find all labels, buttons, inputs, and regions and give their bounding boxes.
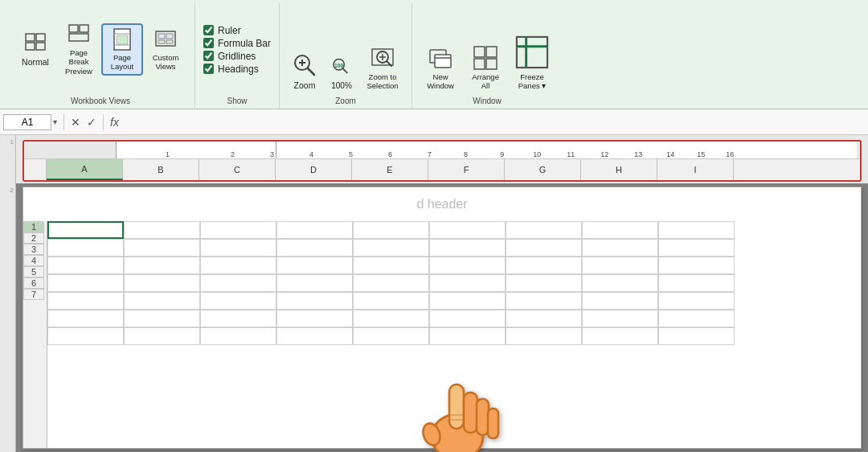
cell-I3[interactable]: [658, 257, 735, 274]
cell-ref-input[interactable]: A1: [3, 114, 51, 130]
cell-D6[interactable]: [276, 310, 353, 327]
cell-I5[interactable]: [658, 292, 735, 310]
cell-G5[interactable]: [506, 292, 582, 310]
col-header-A[interactable]: A: [47, 159, 123, 180]
cell-H6[interactable]: [582, 310, 658, 327]
ruler-checkbox-row[interactable]: Ruler: [203, 25, 241, 36]
cell-D2[interactable]: [276, 239, 353, 257]
cell-F4[interactable]: [429, 274, 506, 292]
cell-F1[interactable]: [429, 221, 506, 239]
formula-bar-checkbox[interactable]: [203, 38, 214, 48]
cell-D3[interactable]: [276, 257, 353, 274]
cell-B6[interactable]: [124, 310, 200, 327]
cell-B2[interactable]: [124, 239, 200, 257]
confirm-formula-icon[interactable]: ✓: [87, 116, 96, 129]
cell-H4[interactable]: [582, 274, 658, 292]
cell-I1[interactable]: [658, 221, 735, 239]
row-num-7: 7: [23, 289, 44, 300]
cell-E3[interactable]: [353, 257, 429, 274]
cell-C5[interactable]: [200, 292, 276, 310]
cell-E1[interactable]: [353, 221, 429, 239]
svg-text:100: 100: [334, 63, 343, 68]
cell-G2[interactable]: [506, 239, 582, 257]
cell-G7[interactable]: [506, 327, 582, 345]
arrange-all-button[interactable]: Arrange All: [465, 42, 506, 92]
cell-D1[interactable]: [276, 221, 353, 239]
custom-views-button[interactable]: Custom Views: [145, 24, 186, 76]
gridlines-checkbox-row[interactable]: Gridlines: [203, 51, 256, 62]
cell-F6[interactable]: [429, 310, 506, 327]
cell-A3[interactable]: [47, 257, 124, 274]
cell-H3[interactable]: [582, 257, 658, 274]
cell-C1[interactable]: [200, 221, 276, 239]
cell-G6[interactable]: [506, 310, 582, 327]
col-header-D[interactable]: D: [276, 159, 352, 180]
cell-F3[interactable]: [429, 257, 506, 274]
cell-I4[interactable]: [658, 274, 735, 292]
cell-E7[interactable]: [353, 327, 429, 345]
col-header-H[interactable]: H: [581, 159, 657, 180]
cell-E4[interactable]: [353, 274, 429, 292]
cell-F7[interactable]: [429, 327, 506, 345]
ruler-checkbox[interactable]: [203, 25, 214, 35]
cell-C3[interactable]: [200, 257, 276, 274]
cell-A5[interactable]: [47, 292, 124, 310]
gridlines-checkbox[interactable]: [203, 51, 214, 61]
cell-F2[interactable]: [429, 239, 506, 257]
freeze-panes-button[interactable]: FreezePanes ▾: [510, 31, 554, 92]
cell-A4[interactable]: [47, 274, 124, 292]
zoom-button[interactable]: Zoom: [288, 48, 321, 92]
normal-view-button[interactable]: Normal: [14, 28, 56, 72]
zoom-100-button[interactable]: 100 100%: [326, 49, 357, 92]
cell-C2[interactable]: [200, 239, 276, 257]
cell-ref-dropdown[interactable]: ▾: [53, 117, 57, 126]
cell-reference-box: A1 ▾: [3, 114, 57, 130]
headings-checkbox[interactable]: [203, 64, 214, 74]
cell-B7[interactable]: [124, 327, 200, 345]
cell-A2[interactable]: [47, 239, 124, 257]
cell-E6[interactable]: [353, 310, 429, 327]
svg-rect-6: [69, 34, 88, 41]
cell-G3[interactable]: [506, 257, 582, 274]
formula-bar-checkbox-row[interactable]: Formula Bar: [203, 38, 271, 49]
page-break-preview-button[interactable]: Page Break Preview: [58, 19, 100, 80]
cell-B1[interactable]: [124, 221, 200, 239]
cell-C6[interactable]: [200, 310, 276, 327]
col-header-C[interactable]: C: [199, 159, 276, 180]
cell-A1[interactable]: [47, 221, 124, 239]
col-header-G[interactable]: G: [505, 159, 581, 180]
col-header-B[interactable]: B: [123, 159, 199, 180]
cell-E5[interactable]: [353, 292, 429, 310]
cell-H1[interactable]: [582, 221, 658, 239]
headings-checkbox-row[interactable]: Headings: [203, 64, 259, 75]
svg-rect-16: [166, 40, 173, 43]
cell-D5[interactable]: [276, 292, 353, 310]
cell-I7[interactable]: [658, 327, 735, 345]
cell-A7[interactable]: [47, 327, 124, 345]
cell-G1[interactable]: [506, 221, 582, 239]
cell-H5[interactable]: [582, 292, 658, 310]
col-header-E[interactable]: E: [352, 159, 428, 180]
col-header-F[interactable]: F: [428, 159, 505, 180]
cell-B5[interactable]: [124, 292, 200, 310]
zoom-to-selection-button[interactable]: Zoom to Selection: [362, 40, 403, 92]
cell-E2[interactable]: [353, 239, 429, 257]
cell-I2[interactable]: [658, 239, 735, 257]
cancel-formula-icon[interactable]: ✕: [71, 116, 80, 129]
cell-H2[interactable]: [582, 239, 658, 257]
cell-G4[interactable]: [506, 274, 582, 292]
cell-C4[interactable]: [200, 274, 276, 292]
cell-I6[interactable]: [658, 310, 735, 327]
cell-F5[interactable]: [429, 292, 506, 310]
new-window-button[interactable]: New Window: [420, 42, 461, 92]
cell-D4[interactable]: [276, 274, 353, 292]
cell-H7[interactable]: [582, 327, 658, 345]
col-header-I[interactable]: I: [657, 159, 734, 180]
cell-C7[interactable]: [200, 327, 276, 345]
cell-D7[interactable]: [276, 327, 353, 345]
cell-B4[interactable]: [124, 274, 200, 292]
cell-A6[interactable]: [47, 310, 124, 327]
cell-B3[interactable]: [124, 257, 200, 274]
formula-input[interactable]: [125, 117, 865, 128]
page-layout-button[interactable]: Page Layout: [101, 23, 143, 76]
